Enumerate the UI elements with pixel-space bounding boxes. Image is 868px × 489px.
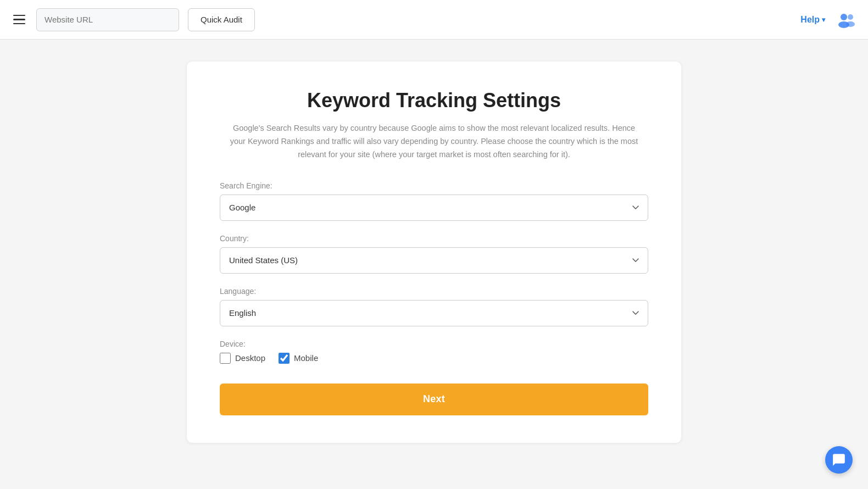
user-avatar[interactable] — [836, 9, 857, 30]
next-button[interactable]: Next — [220, 384, 648, 415]
svg-point-3 — [846, 21, 855, 27]
search-engine-label: Search Engine: — [220, 181, 648, 190]
header-left: Quick Audit — [11, 8, 255, 31]
country-select[interactable]: United States (US) United Kingdom (UK) C… — [220, 247, 648, 274]
page-description: Google's Search Results vary by country … — [225, 122, 643, 162]
chat-bubble-button[interactable] — [825, 446, 853, 474]
country-label: Country: — [220, 234, 648, 243]
language-label: Language: — [220, 287, 648, 296]
page-title: Keyword Tracking Settings — [220, 89, 648, 112]
svg-point-2 — [848, 14, 853, 20]
header-right: Help ▾ — [800, 9, 857, 30]
language-group: Language: English Spanish French German — [220, 287, 648, 326]
search-engine-group: Search Engine: Google Bing Yahoo — [220, 181, 648, 221]
hamburger-menu[interactable] — [11, 13, 27, 27]
settings-card: Keyword Tracking Settings Google's Searc… — [187, 62, 681, 443]
svg-point-0 — [841, 14, 847, 20]
country-group: Country: United States (US) United Kingd… — [220, 234, 648, 274]
device-label: Device: — [220, 340, 648, 348]
chat-icon — [832, 453, 846, 467]
language-select[interactable]: English Spanish French German — [220, 300, 648, 326]
main-content: Keyword Tracking Settings Google's Searc… — [0, 40, 868, 489]
mobile-checkbox-item[interactable]: Mobile — [279, 353, 318, 364]
device-checkboxes: Desktop Mobile — [220, 353, 648, 364]
desktop-label: Desktop — [235, 353, 265, 363]
desktop-checkbox-item[interactable]: Desktop — [220, 353, 265, 364]
help-button[interactable]: Help ▾ — [800, 15, 825, 25]
mobile-checkbox[interactable] — [279, 353, 290, 364]
device-group: Device: Desktop Mobile — [220, 340, 648, 364]
desktop-checkbox[interactable] — [220, 353, 231, 364]
chevron-down-icon: ▾ — [822, 16, 825, 24]
quick-audit-button[interactable]: Quick Audit — [188, 8, 255, 31]
header: Quick Audit Help ▾ — [0, 0, 868, 40]
search-engine-select[interactable]: Google Bing Yahoo — [220, 195, 648, 221]
mobile-label: Mobile — [294, 353, 318, 363]
website-url-input[interactable] — [36, 8, 179, 31]
